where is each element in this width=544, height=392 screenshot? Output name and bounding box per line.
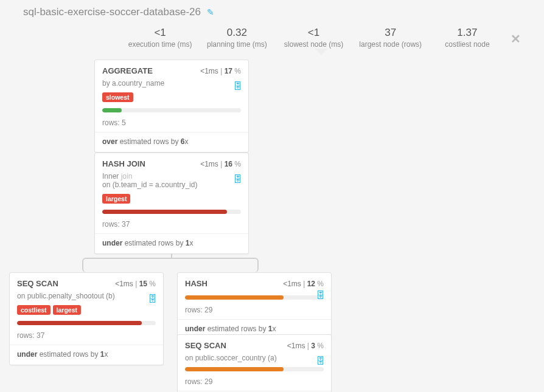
node-title: HASH JOIN — [102, 159, 145, 168]
stat-costliest-node: 1.37 costliest node — [429, 27, 506, 49]
badge-largest: largest — [102, 194, 130, 204]
stat-planning-time: 0.32 planning time (ms) — [198, 27, 275, 49]
badge-costliest: costliest — [17, 305, 51, 315]
page-title: sql-basic-exercise-soccer-database-26 — [23, 6, 201, 18]
node-metrics: <1ms | 3 % — [287, 342, 324, 350]
node-title: SEQ SCAN — [185, 341, 226, 350]
stat-largest-node: 37 largest node (rows) — [352, 27, 429, 49]
database-icon[interactable]: 🗄 — [316, 356, 325, 366]
connector — [82, 258, 259, 272]
rows-bar — [102, 210, 241, 214]
node-title: AGGREGATE — [102, 66, 153, 75]
rows-line: rows: 29 — [178, 303, 331, 320]
node-detail: Inner join on (b.team_id = a.country_id) — [95, 171, 248, 193]
badge-slowest: slowest — [102, 92, 133, 102]
node-metrics: <1ms | 12 % — [283, 280, 324, 288]
edit-icon[interactable]: ✎ — [207, 7, 214, 17]
rows-line: rows: 29 — [178, 375, 331, 391]
rows-bar — [102, 108, 241, 112]
node-title: SEQ SCAN — [17, 279, 58, 288]
node-hash-join[interactable]: HASH JOIN <1ms | 16 % Inner join on (b.t… — [94, 153, 249, 254]
node-hash[interactable]: HASH <1ms | 12 % 🗄 rows: 29 under estima… — [177, 272, 332, 340]
rows-bar — [185, 367, 324, 371]
database-icon[interactable]: 🗄 — [233, 174, 242, 184]
node-badges: costliest largest — [10, 304, 163, 320]
database-icon[interactable]: 🗄 — [148, 294, 157, 304]
estimate-line: under estimated rows by 1x — [95, 234, 248, 253]
node-badges: largest — [95, 193, 248, 208]
rows-bar — [17, 321, 156, 325]
database-icon[interactable]: 🗄 — [233, 81, 242, 91]
node-detail: by a.country_name — [95, 78, 248, 91]
estimate-line: under estimated rows by 1x — [10, 345, 163, 365]
node-seq-scan-b[interactable]: SEQ SCAN <1ms | 15 % on public.penalty_s… — [9, 272, 164, 365]
rows-line: rows: 37 — [95, 218, 248, 234]
rows-line: rows: 37 — [10, 329, 163, 345]
node-detail: on public.soccer_country (a) — [178, 352, 331, 366]
node-detail: on public.penalty_shootout (b) — [10, 291, 163, 304]
node-metrics: <1ms | 17 % — [200, 67, 241, 75]
node-metrics: <1ms | 16 % — [200, 160, 241, 168]
stats-row: <1 execution time (ms) 0.32 planning tim… — [0, 27, 544, 51]
estimate-line: over estimated rows by 6x — [95, 132, 248, 152]
node-title: HASH — [185, 279, 207, 288]
node-metrics: <1ms | 15 % — [115, 280, 156, 288]
plan-canvas: AGGREGATE <1ms | 17 % by a.country_name … — [0, 51, 544, 391]
close-icon[interactable]: ✕ — [506, 27, 526, 51]
database-icon[interactable]: 🗄 — [316, 290, 325, 300]
node-badges: slowest — [95, 91, 248, 107]
node-aggregate[interactable]: AGGREGATE <1ms | 17 % by a.country_name … — [94, 60, 249, 153]
rows-line: rows: 5 — [95, 116, 248, 132]
node-seq-scan-a[interactable]: SEQ SCAN <1ms | 3 % on public.soccer_cou… — [177, 334, 332, 392]
origin-pointer-icon — [315, 49, 327, 55]
badge-largest: largest — [53, 305, 81, 315]
page-header: sql-basic-exercise-soccer-database-26 ✎ — [0, 0, 544, 27]
rows-bar — [185, 295, 324, 300]
stat-slowest-node: <1 slowest node (ms) — [275, 27, 352, 49]
stat-execution-time: <1 execution time (ms) — [122, 27, 198, 49]
